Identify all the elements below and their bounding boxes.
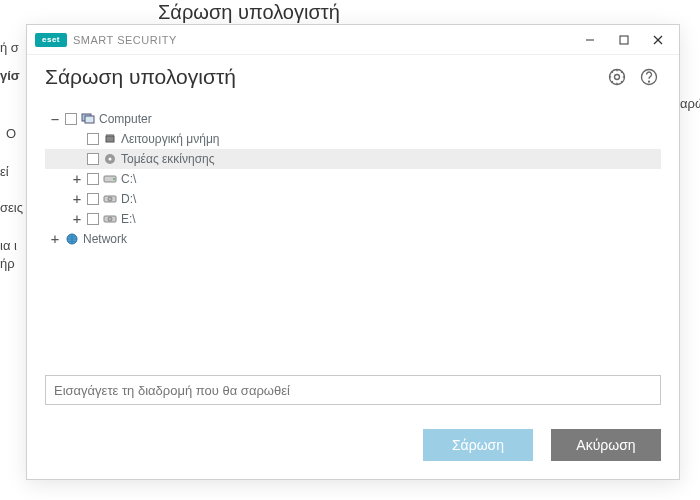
optical-drive-icon	[103, 212, 117, 226]
expand-icon[interactable]: +	[71, 213, 83, 225]
svg-point-30	[108, 217, 112, 221]
tree-node-computer[interactable]: − Computer	[45, 109, 661, 129]
checkbox[interactable]	[87, 213, 99, 225]
bg-frag: ια ι	[0, 238, 17, 253]
scan-dialog: eset SMART SECURITY Σάρωση υπολογιστή	[26, 24, 680, 480]
tree-node-drive-c[interactable]: + C:\	[45, 169, 661, 189]
node-label: Τομέας εκκίνησης	[121, 152, 215, 166]
optical-drive-icon	[103, 192, 117, 206]
dialog-footer: Σάρωση Ακύρωση	[27, 375, 679, 479]
bg-page-title: Σάρωση υπολογιστή	[158, 1, 340, 24]
checkbox[interactable]	[87, 133, 99, 145]
node-label: D:\	[121, 192, 136, 206]
bg-frag: ή σ	[0, 40, 19, 55]
svg-rect-17	[85, 116, 94, 123]
node-label: Network	[83, 232, 127, 246]
checkbox[interactable]	[87, 193, 99, 205]
bg-frag: εί	[0, 164, 9, 179]
brand-logo: eset	[35, 33, 67, 47]
node-label: Λειτουργική μνήμη	[121, 132, 220, 146]
tree-node-boot[interactable]: Τομέας εκκίνησης	[45, 149, 661, 169]
hdd-icon	[103, 172, 117, 186]
svg-line-13	[621, 72, 622, 73]
node-label: E:\	[121, 212, 136, 226]
dialog-header: Σάρωση υπολογιστή	[27, 55, 679, 95]
svg-point-28	[108, 197, 112, 201]
scan-path-input[interactable]	[45, 375, 661, 405]
bg-frag: αρώ	[680, 96, 700, 111]
svg-rect-18	[106, 136, 114, 142]
tree-node-memory[interactable]: Λειτουργική μνήμη	[45, 129, 661, 149]
window-title: SMART SECURITY	[73, 34, 573, 46]
network-icon	[65, 232, 79, 246]
settings-button[interactable]	[605, 65, 629, 89]
svg-rect-1	[620, 36, 628, 44]
bg-frag: γίσ	[0, 68, 20, 83]
node-label: C:\	[121, 172, 136, 186]
maximize-button[interactable]	[607, 26, 641, 54]
computer-icon	[81, 112, 95, 126]
cancel-button[interactable]: Ακύρωση	[551, 429, 661, 461]
svg-line-12	[612, 81, 613, 82]
svg-point-26	[113, 178, 115, 180]
svg-point-24	[109, 158, 112, 161]
bg-frag: Ο	[6, 126, 16, 141]
boot-sector-icon	[103, 152, 117, 166]
memory-icon	[103, 132, 117, 146]
help-button[interactable]	[637, 65, 661, 89]
checkbox[interactable]	[87, 173, 99, 185]
expand-icon[interactable]: +	[71, 173, 83, 185]
dialog-title: Σάρωση υπολογιστή	[45, 65, 597, 89]
window-titlebar: eset SMART SECURITY	[27, 25, 679, 55]
close-button[interactable]	[641, 26, 675, 54]
collapse-icon[interactable]: −	[49, 113, 61, 125]
expand-icon[interactable]: +	[71, 193, 83, 205]
expand-icon[interactable]: +	[49, 233, 61, 245]
scan-target-tree: − Computer Λειτουργική μνήμη Τομέας εκκί…	[27, 95, 679, 375]
scan-button[interactable]: Σάρωση	[423, 429, 533, 461]
checkbox[interactable]	[65, 113, 77, 125]
tree-node-drive-d[interactable]: + D:\	[45, 189, 661, 209]
tree-node-drive-e[interactable]: + E:\	[45, 209, 661, 229]
node-label: Computer	[99, 112, 152, 126]
svg-point-15	[649, 81, 650, 82]
svg-line-10	[612, 72, 613, 73]
tree-node-network[interactable]: + Network	[45, 229, 661, 249]
bg-frag: ήρ	[0, 256, 15, 271]
svg-point-4	[615, 75, 620, 80]
minimize-button[interactable]	[573, 26, 607, 54]
svg-line-11	[621, 81, 622, 82]
bg-frag: σεις	[0, 200, 23, 215]
checkbox[interactable]	[87, 153, 99, 165]
